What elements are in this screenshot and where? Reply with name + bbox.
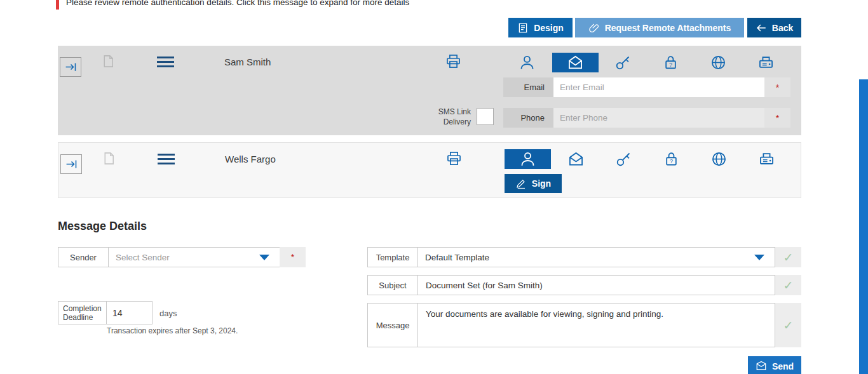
- design-button[interactable]: Design: [508, 18, 573, 37]
- phone-field-label: Phone: [503, 108, 553, 128]
- design-button-label: Design: [534, 23, 564, 33]
- print-icon[interactable]: [445, 53, 462, 70]
- send-envelope-icon: [756, 361, 767, 372]
- sms-link-delivery-checkbox[interactable]: [477, 108, 494, 125]
- sender-select-value: Select Sender: [116, 253, 170, 262]
- notice-accent-bar: [56, 0, 59, 10]
- delivery-method-passcode[interactable]: [600, 149, 647, 169]
- person-icon: [519, 150, 536, 168]
- notice-banner[interactable]: Please review remote authentication deta…: [56, 0, 801, 10]
- recipient-name: Sam Smith: [224, 57, 271, 67]
- sms-link-delivery-label: SMS Link Delivery: [411, 107, 471, 127]
- delivery-method-email[interactable]: [553, 149, 599, 169]
- back-arrow-icon: [756, 22, 767, 34]
- routing-order-button[interactable]: [60, 57, 81, 77]
- drag-handle-icon[interactable]: [158, 154, 175, 164]
- subject-valid-marker: ✓: [775, 275, 801, 295]
- envelope-send-page: Please review remote authentication deta…: [0, 0, 868, 374]
- subject-label: Subject: [367, 275, 418, 295]
- sender-select[interactable]: Select Sender: [108, 247, 280, 267]
- sms-label-line2: Delivery: [411, 117, 471, 127]
- chevron-down-icon: [259, 255, 269, 260]
- email-field-label: Email: [503, 77, 553, 97]
- completion-label-line2: Deadline: [63, 313, 106, 322]
- template-valid-marker: ✓: [775, 247, 801, 267]
- back-button-label: Back: [772, 23, 793, 33]
- send-button[interactable]: Send: [748, 356, 801, 374]
- message-details-heading: Message Details: [58, 220, 147, 233]
- message-label: Message: [367, 303, 418, 347]
- message-textarea[interactable]: Your documents are available for viewing…: [417, 303, 775, 347]
- document-icon[interactable]: [101, 53, 116, 70]
- document-icon[interactable]: [102, 150, 116, 167]
- paperclip-icon: [588, 22, 600, 34]
- routing-order-button[interactable]: [60, 154, 82, 174]
- route-arrow-icon: [64, 60, 78, 74]
- globe-icon: [710, 150, 728, 168]
- fax-icon: [758, 150, 775, 168]
- template-label: Template: [367, 247, 418, 267]
- key-icon: [615, 150, 632, 168]
- completion-label-line1: Completion: [63, 304, 106, 313]
- delivery-method-online[interactable]: [695, 53, 742, 72]
- request-remote-attachments-button[interactable]: Request Remote Attachments: [575, 18, 744, 37]
- template-select[interactable]: Default Template: [417, 247, 775, 267]
- request-button-label: Request Remote Attachments: [605, 23, 731, 33]
- globe-icon: [710, 54, 727, 71]
- phone-input[interactable]: [553, 108, 764, 128]
- completion-deadline-label: Completion Deadline: [58, 301, 107, 324]
- sign-button-label: Sign: [532, 178, 551, 189]
- key-icon: [614, 54, 632, 71]
- sender-label: Sender: [58, 247, 109, 267]
- delivery-method-fax[interactable]: [743, 53, 789, 72]
- message-valid-marker: ✓: [775, 303, 801, 347]
- drag-handle-icon[interactable]: [157, 57, 174, 67]
- delivery-method-in-person[interactable]: [504, 53, 550, 72]
- design-icon: [517, 22, 529, 34]
- route-arrow-icon: [65, 157, 78, 171]
- pen-icon: [515, 178, 527, 189]
- recipient-row-sam-smith: Sam Smith Email * SMS Link Delivery Phon…: [58, 46, 801, 135]
- email-required-marker: *: [764, 77, 790, 97]
- completion-deadline-input[interactable]: [106, 301, 153, 324]
- sign-button[interactable]: Sign: [505, 174, 562, 193]
- delivery-method-security-question[interactable]: [648, 53, 694, 72]
- lock-question-icon: [662, 54, 679, 71]
- mail-icon: [567, 150, 585, 168]
- phone-required-marker: *: [764, 108, 790, 128]
- notice-text: Please review remote authentication deta…: [66, 0, 409, 7]
- person-icon: [519, 54, 536, 71]
- lock-question-icon: [663, 150, 680, 168]
- delivery-method-fax[interactable]: [743, 149, 790, 169]
- subject-input[interactable]: [417, 275, 775, 295]
- sms-label-line1: SMS Link: [411, 107, 471, 117]
- expiry-note: Transaction expires after Sept 3, 2024.: [107, 326, 238, 335]
- template-select-value: Default Template: [425, 253, 489, 262]
- email-input[interactable]: [553, 77, 764, 97]
- scrollbar-thumb[interactable]: [859, 79, 868, 374]
- delivery-method-passcode[interactable]: [600, 53, 646, 72]
- recipient-row-wells-fargo: Wells Fargo Sign: [58, 142, 801, 198]
- deadline-unit-label: days: [159, 309, 177, 318]
- delivery-method-in-person[interactable]: [505, 149, 551, 169]
- recipient-name: Wells Fargo: [225, 154, 276, 164]
- back-button[interactable]: Back: [747, 18, 801, 37]
- send-button-label: Send: [772, 361, 794, 371]
- fax-icon: [757, 54, 775, 71]
- mail-icon: [567, 54, 584, 71]
- delivery-method-online[interactable]: [696, 149, 742, 169]
- sender-required-marker: *: [280, 247, 306, 267]
- delivery-method-email[interactable]: [552, 53, 599, 72]
- delivery-method-security-question[interactable]: [648, 149, 695, 169]
- print-icon[interactable]: [445, 150, 463, 167]
- chevron-down-icon: [754, 255, 764, 260]
